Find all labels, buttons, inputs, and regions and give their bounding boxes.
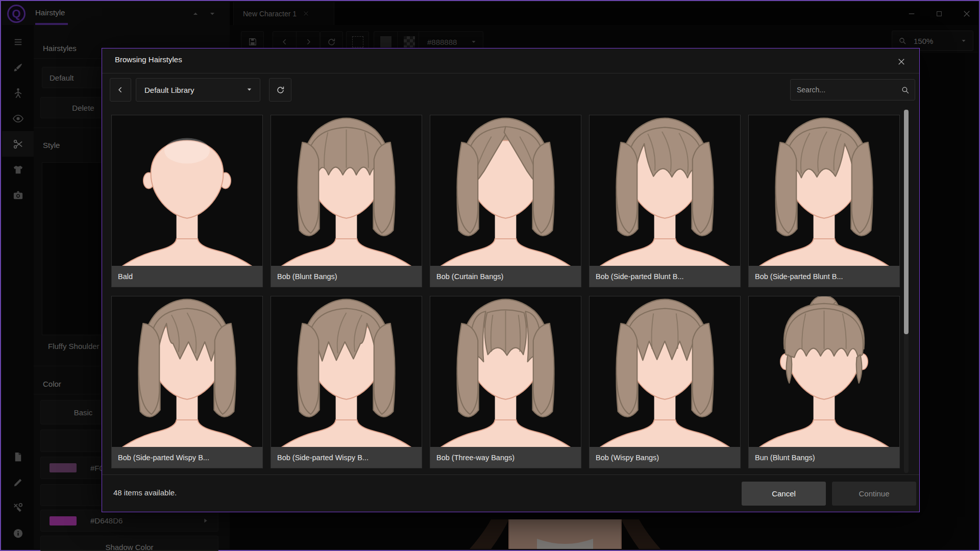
scrollbar-track[interactable] [904, 110, 909, 473]
hairstyle-thumbnail [430, 296, 581, 447]
hairstyle-label: Bald [112, 266, 262, 287]
app-window: Q Hairstyle New Character 1 Hairstyles D… [0, 0, 980, 551]
hairstyle-tile[interactable]: Bob (Three-way Bangs) [430, 296, 581, 468]
continue-button[interactable]: Continue [832, 482, 916, 506]
library-dropdown[interactable]: Default Library [136, 78, 260, 102]
hairstyle-tile[interactable]: Bun (Blunt Bangs) [748, 296, 900, 468]
hairstyle-tile[interactable]: Bob (Side-parted Blunt B... [589, 115, 741, 287]
hairstyle-thumbnail [112, 115, 262, 266]
hairstyle-thumbnail [430, 115, 581, 266]
hairstyle-thumbnail [112, 296, 262, 447]
hairstyle-label: Bob (Curtain Bangs) [430, 266, 581, 287]
hairstyle-thumbnail [271, 296, 422, 447]
hairstyle-tile[interactable]: Bob (Curtain Bangs) [430, 115, 581, 287]
hairstyle-tile[interactable]: Bob (Wispy Bangs) [589, 296, 741, 468]
hairstyle-label: Bob (Three-way Bangs) [430, 447, 581, 468]
hairstyle-tile[interactable]: Bob (Side-parted Wispy B... [111, 296, 263, 468]
dialog-close-icon[interactable] [893, 53, 910, 70]
search-box [790, 79, 915, 101]
hairstyle-label: Bob (Blunt Bangs) [271, 266, 422, 287]
chevron-down-icon [246, 86, 253, 94]
hairstyle-label: Bob (Side-parted Blunt B... [590, 266, 740, 287]
hairstyle-tile[interactable]: Bald [111, 115, 263, 287]
dialog-title: Browsing Hairstyles [115, 55, 182, 64]
hairstyle-label: Bob (Side-parted Wispy B... [112, 447, 262, 468]
hairstyle-label: Bob (Side-parted Wispy B... [271, 447, 422, 468]
cancel-button[interactable]: Cancel [742, 482, 826, 506]
hairstyle-label: Bob (Wispy Bangs) [590, 447, 740, 468]
hairstyle-thumbnail [590, 296, 740, 447]
hairstyle-grid: Bald Bob (Blunt Bangs) Bob (Curtain Bang… [111, 115, 901, 468]
hairstyle-tile[interactable]: Bob (Side-parted Wispy B... [271, 296, 422, 468]
scrollbar-thumb[interactable] [904, 110, 909, 334]
browsing-hairstyles-dialog: Browsing Hairstyles Default Library Bald… [102, 48, 920, 512]
divider [102, 73, 919, 73]
search-input[interactable] [791, 85, 901, 94]
hairstyle-tile[interactable]: Bob (Side-parted Blunt B... [748, 115, 900, 287]
library-value: Default Library [144, 86, 194, 94]
hairstyle-label: Bob (Side-parted Blunt B... [749, 266, 899, 287]
hairstyle-thumbnail [590, 115, 740, 266]
hairstyle-label: Bun (Blunt Bangs) [749, 447, 899, 468]
hairstyle-thumbnail [271, 115, 422, 266]
items-count-status: 48 items available. [113, 488, 177, 497]
refresh-button[interactable] [269, 78, 291, 102]
search-icon[interactable] [901, 86, 910, 94]
back-button[interactable] [110, 78, 131, 102]
hairstyle-thumbnail [749, 296, 899, 447]
hairstyle-tile[interactable]: Bob (Blunt Bangs) [271, 115, 422, 287]
hairstyle-thumbnail [749, 115, 899, 266]
dialog-footer: 48 items available. Cancel Continue [102, 474, 919, 512]
